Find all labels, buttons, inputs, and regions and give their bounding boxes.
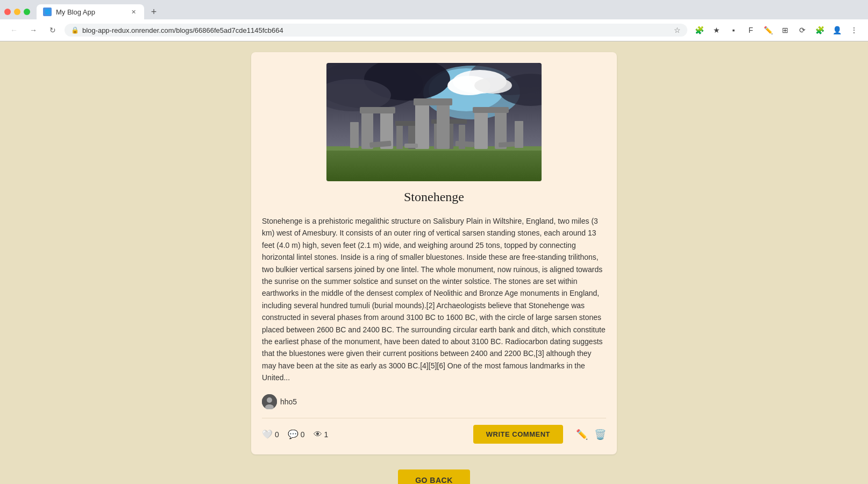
toolbar-icons: 🧩 ★ ▪ F ✏️ ⊞ ⟳ 🧩 👤 ⋮ [692,23,862,38]
eye-icon: 👁 [314,430,322,439]
blog-title: Stonehenge [262,190,606,204]
address-bar[interactable]: 🔒 blog-app-redux.onrender.com/blogs/6686… [65,24,687,37]
new-tab-button[interactable]: + [146,4,161,19]
forward-button[interactable]: → [26,23,41,38]
svg-rect-33 [499,141,515,147]
minimize-window-button[interactable] [14,9,20,15]
blog-card: Stonehenge Stonehenge is a prehistoric m… [251,52,617,454]
address-bar-row: ← → ↻ 🔒 blog-app-redux.onrender.com/blog… [0,19,868,41]
svg-rect-23 [360,107,395,113]
blog-body: Stonehenge is a prehistoric megalithic s… [262,215,606,383]
more-menu-icon[interactable]: ⋮ [846,23,862,38]
likes-count: 0 [275,430,279,439]
views-count: 1 [324,430,329,439]
plugin-icon-2[interactable]: F [743,23,758,38]
svg-rect-29 [473,107,509,113]
reload-button[interactable]: ↻ [45,23,60,38]
delete-icon[interactable]: 🗑️ [594,429,606,440]
extensions-icon[interactable]: 🧩 [692,23,707,38]
edit-icon[interactable]: ✏️ [576,429,588,440]
grid-icon[interactable]: ⊞ [778,23,793,38]
action-icons: ✏️ 🗑️ [576,429,606,440]
likes-stat: 🤍 0 [262,429,279,439]
svg-rect-27 [474,110,488,149]
comments-count: 0 [301,430,305,439]
svg-rect-24 [415,103,429,149]
svg-rect-34 [350,122,359,148]
lock-icon: 🔒 [71,26,79,34]
tab-favicon: 🌐 [43,8,52,16]
page-content: Stonehenge Stonehenge is a prehistoric m… [0,41,868,484]
views-stat: 👁 1 [314,430,329,439]
svg-point-37 [267,397,272,403]
svg-rect-11 [326,146,542,181]
plugin-icon-1[interactable]: ▪ [726,23,741,38]
browser-chrome: 🌐 My Blog App ✕ + ← → ↻ 🔒 blog-app-redux… [0,0,868,41]
tab-bar: 🌐 My Blog App ✕ + [0,0,868,19]
profile-icon[interactable]: 👤 [829,23,844,38]
stats: 🤍 0 💬 0 👁 1 [262,429,328,439]
svg-rect-32 [404,144,418,148]
heart-icon[interactable]: 🤍 [262,429,273,439]
fullscreen-window-button[interactable] [24,9,30,15]
url-display: blog-app-redux.onrender.com/blogs/66866f… [82,26,671,34]
pen-icon[interactable]: ✏️ [760,23,775,38]
close-window-button[interactable] [4,9,11,15]
blog-footer: 🤍 0 💬 0 👁 1 WRITE COMMENT ✏️ 🗑️ [262,418,606,444]
browser-tab[interactable]: 🌐 My Blog App ✕ [37,4,144,19]
go-back-button[interactable]: GO BACK [398,469,470,484]
svg-rect-13 [396,125,403,149]
puzzle-icon[interactable]: 🧩 [812,23,827,38]
svg-rect-31 [455,141,474,147]
comments-stat: 💬 0 [288,429,305,439]
comment-icon[interactable]: 💬 [288,429,298,439]
blog-image [326,63,542,181]
tab-close-button[interactable]: ✕ [129,8,138,16]
bookmark-icon[interactable]: ☆ [674,26,681,34]
blog-author: hho5 [262,394,606,409]
tab-title: My Blog App [56,8,125,16]
svg-rect-26 [414,98,452,105]
traffic-lights [4,9,30,15]
author-avatar [262,394,277,409]
back-button[interactable]: ← [6,23,22,38]
bookmark-icon[interactable]: ★ [709,23,724,38]
blog-image-wrapper [262,63,606,181]
write-comment-button[interactable]: WRITE COMMENT [473,425,563,444]
refresh-icon[interactable]: ⟳ [795,23,810,38]
svg-rect-35 [515,121,523,148]
author-name: hho5 [280,397,297,406]
svg-rect-25 [437,102,450,149]
svg-point-10 [474,77,512,94]
